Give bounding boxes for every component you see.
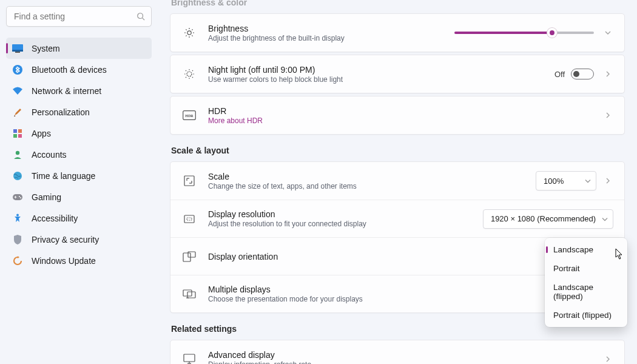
sidebar-item-personalization[interactable]: Personalization [6, 101, 152, 123]
scale-row[interactable]: Scale Change the size of text, apps, and… [170, 162, 624, 200]
sidebar-item-windows-update[interactable]: Windows Update [6, 250, 152, 271]
brightness-slider[interactable] [454, 32, 594, 34]
hdr-row[interactable]: HDR HDR More about HDR [170, 96, 624, 134]
resolution-row[interactable]: Display resolution Adjust the resolution… [170, 200, 624, 237]
sidebar-item-apps[interactable]: Apps [6, 123, 152, 144]
svg-rect-42 [188, 252, 195, 257]
search-input[interactable] [13, 11, 136, 22]
accessibility-icon [12, 213, 23, 224]
hdr-icon: HDR [181, 110, 197, 120]
svg-line-26 [192, 29, 192, 30]
svg-rect-3 [12, 50, 23, 52]
hdr-card: HDR HDR More about HDR [170, 96, 625, 135]
sidebar-item-accessibility[interactable]: Accessibility [6, 207, 152, 229]
accounts-icon [12, 149, 23, 160]
advanced-display-row[interactable]: Advanced display Display information, re… [170, 340, 624, 364]
sidebar-item-label: Apps [32, 129, 51, 138]
orientation-option-landscape-flipped[interactable]: Landscape (flipped) [546, 278, 626, 306]
scale-select[interactable]: 100% [536, 171, 596, 190]
sidebar-item-network[interactable]: Network & internet [6, 80, 152, 101]
globe-icon [12, 170, 23, 181]
brightness-row[interactable]: Brightness Adjust the brightness of the … [170, 14, 624, 52]
windows-update-icon [12, 255, 23, 266]
sidebar-item-bluetooth[interactable]: Bluetooth & devices [6, 59, 152, 80]
brightness-icon [181, 27, 197, 39]
svg-rect-39 [184, 215, 194, 223]
nightlight-icon [181, 68, 197, 80]
hdr-title: HDR [208, 106, 596, 116]
apps-icon [12, 128, 23, 139]
toggle-switch[interactable] [571, 69, 594, 79]
mouse-cursor [615, 248, 624, 259]
resolution-title: Display resolution [208, 209, 483, 219]
svg-line-24 [192, 35, 192, 36]
resolution-select[interactable]: 1920 × 1080 (Recommended) [483, 209, 613, 229]
svg-rect-7 [18, 129, 22, 133]
sidebar-item-label: Time & language [32, 171, 95, 181]
sidebar-item-label: Windows Update [32, 256, 96, 266]
shield-icon [12, 234, 23, 245]
multiple-displays-icon [181, 289, 197, 300]
orientation-option-portrait-flipped[interactable]: Portrait (flipped) [546, 306, 626, 325]
nightlight-sub: Use warmer colors to help block blue lig… [208, 75, 554, 84]
chevron-down-icon [585, 178, 591, 184]
svg-rect-9 [18, 134, 22, 138]
sidebar-item-gaming[interactable]: Gaming [6, 186, 152, 207]
svg-line-34 [186, 77, 186, 78]
sidebar-item-accounts[interactable]: Accounts [6, 144, 152, 165]
sidebar-item-privacy[interactable]: Privacy & security [6, 229, 152, 250]
svg-rect-38 [184, 176, 194, 186]
sidebar-item-label: Bluetooth & devices [32, 65, 107, 75]
svg-line-1 [143, 18, 145, 21]
scale-sub: Change the size of text, apps, and other… [208, 182, 536, 190]
resolution-sub: Adjust the resolution to fit your connec… [208, 220, 483, 228]
monitor-icon [181, 354, 197, 364]
sidebar-item-system[interactable]: System [6, 38, 152, 59]
chevron-right-icon[interactable] [602, 110, 613, 121]
nightlight-row[interactable]: Night light (off until 9:00 PM) Use warm… [170, 55, 624, 93]
advanced-display-title: Advanced display [208, 350, 596, 360]
sidebar: System Bluetooth & devices Network & int… [0, 0, 158, 364]
svg-line-25 [186, 35, 186, 36]
svg-point-17 [16, 214, 19, 216]
svg-rect-8 [13, 134, 17, 138]
search-box[interactable] [6, 6, 152, 27]
sidebar-item-label: Personalization [32, 107, 90, 117]
scale-title: Scale [208, 172, 536, 181]
svg-point-10 [16, 150, 19, 154]
sidebar-item-label: Privacy & security [32, 235, 99, 244]
svg-rect-12 [13, 194, 22, 200]
section-title-scale-layout: Scale & layout [171, 146, 625, 155]
brightness-card: Brightness Adjust the brightness of the … [170, 13, 625, 52]
svg-line-33 [192, 77, 193, 78]
svg-point-27 [187, 72, 192, 76]
chevron-right-icon[interactable] [602, 175, 613, 186]
nightlight-toggle[interactable]: Off [554, 69, 594, 79]
svg-line-23 [186, 29, 186, 30]
chevron-down-icon [602, 216, 608, 222]
chevron-right-icon[interactable] [602, 69, 613, 79]
orientation-option-portrait[interactable]: Portrait [546, 259, 626, 278]
svg-line-35 [192, 70, 193, 71]
sidebar-item-label: Accessibility [32, 214, 78, 223]
section-title-brightness-color: Brightness & color [171, 0, 625, 7]
scale-icon [181, 175, 197, 187]
wifi-icon [12, 86, 23, 96]
scale-value: 100% [544, 177, 564, 186]
orientation-option-landscape[interactable]: Landscape [546, 240, 626, 259]
svg-rect-4 [15, 52, 20, 53]
svg-rect-6 [13, 129, 17, 133]
hdr-link[interactable]: More about HDR [208, 116, 596, 125]
svg-point-0 [138, 13, 143, 19]
sidebar-item-label: Accounts [32, 150, 67, 160]
sidebar-item-time-language[interactable]: Time & language [6, 165, 152, 186]
chevron-down-icon[interactable] [602, 27, 613, 38]
paintbrush-icon [12, 107, 23, 118]
advanced-display-card: Advanced display Display information, re… [170, 340, 625, 364]
nightlight-card: Night light (off until 9:00 PM) Use warm… [170, 55, 625, 93]
sidebar-item-label: Network & internet [32, 86, 101, 96]
chevron-right-icon[interactable] [602, 354, 613, 364]
bluetooth-icon [12, 64, 23, 75]
svg-rect-40 [187, 218, 192, 220]
svg-point-18 [187, 31, 191, 35]
